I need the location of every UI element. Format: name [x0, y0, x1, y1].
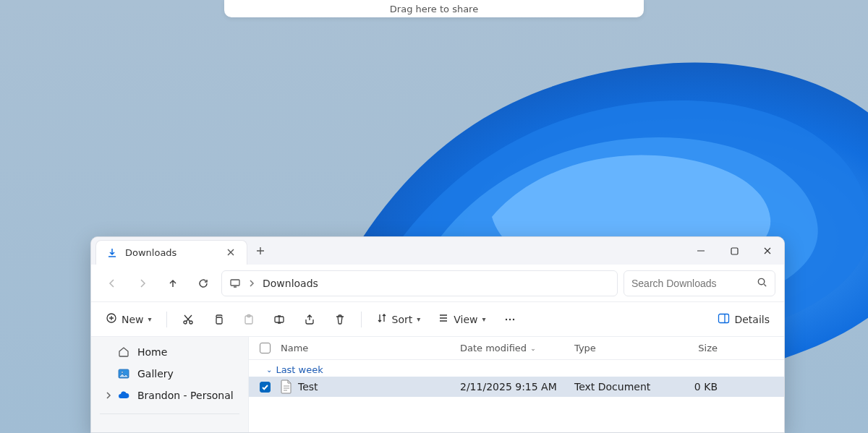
chevron-down-icon: ⌄: [266, 366, 272, 374]
refresh-button[interactable]: [191, 271, 216, 296]
minimize-button[interactable]: [684, 237, 718, 265]
new-icon: [106, 312, 117, 326]
share-label: Drag here to share: [390, 4, 478, 14]
svg-rect-0: [731, 248, 738, 254]
file-size: 0 KB: [694, 381, 718, 393]
file-list: Name Date modified ⌄ Type Size ⌄ Last we…: [249, 337, 784, 432]
sidebar-label: Home: [137, 346, 167, 358]
select-all-checkbox[interactable]: [260, 343, 271, 353]
chevron-down-icon: ▾: [148, 315, 152, 323]
col-label: Date modified: [460, 343, 527, 353]
details-label: Details: [734, 314, 770, 325]
copy-button[interactable]: [206, 308, 231, 331]
divider: [361, 312, 362, 327]
col-label: Size: [698, 343, 718, 353]
sidebar-item-onedrive[interactable]: Brandon - Personal: [95, 385, 244, 406]
chevron-right-icon[interactable]: [104, 390, 113, 401]
address-bar: Downloads: [91, 265, 784, 302]
rename-button[interactable]: [267, 308, 292, 331]
view-button[interactable]: View ▾: [432, 308, 491, 331]
gallery-icon: [117, 367, 130, 380]
sidebar-item-home[interactable]: Home: [95, 341, 244, 363]
search-input[interactable]: [631, 278, 751, 289]
breadcrumb-location[interactable]: Downloads: [263, 278, 318, 289]
col-label: Name: [281, 343, 308, 353]
pc-icon: [229, 278, 241, 289]
cut-button[interactable]: [176, 308, 200, 331]
sort-icon: [376, 312, 388, 326]
more-button[interactable]: [498, 308, 522, 331]
maximize-button[interactable]: [718, 237, 751, 265]
share-button[interactable]: [297, 308, 322, 331]
column-headers: Name Date modified ⌄ Type Size: [249, 337, 784, 360]
tab-downloads[interactable]: Downloads: [95, 240, 247, 265]
column-name[interactable]: Name: [281, 343, 460, 353]
column-type[interactable]: Type: [574, 343, 667, 353]
divider: [166, 312, 167, 327]
group-header[interactable]: ⌄ Last week: [249, 360, 784, 377]
svg-rect-13: [719, 314, 729, 322]
new-label: New: [122, 314, 144, 325]
tab-close-button[interactable]: [225, 246, 237, 260]
share-drop-target[interactable]: Drag here to share: [224, 0, 644, 17]
svg-point-4: [184, 321, 187, 324]
command-bar: New ▾ Sort ▾: [91, 302, 784, 337]
close-window-button[interactable]: [751, 237, 784, 265]
view-icon: [438, 312, 449, 326]
row-checkbox[interactable]: [260, 382, 271, 393]
file-type: Text Document: [574, 381, 650, 393]
sort-indicator-icon: ⌄: [530, 345, 536, 352]
download-icon: [106, 247, 118, 259]
chevron-right-icon: [248, 278, 255, 289]
window-controls: [684, 237, 784, 265]
back-button[interactable]: [100, 271, 124, 296]
tab-title: Downloads: [125, 247, 176, 258]
explorer-body: Home Gallery Brandon - Personal: [91, 337, 784, 432]
sidebar-label: Brandon - Personal: [137, 390, 234, 401]
sort-label: Sort: [392, 314, 413, 325]
new-button[interactable]: New ▾: [100, 308, 158, 331]
view-label: View: [454, 314, 477, 325]
home-icon: [117, 346, 130, 359]
col-label: Type: [574, 343, 596, 353]
sidebar-item-gallery[interactable]: Gallery: [95, 363, 244, 385]
paste-button[interactable]: [237, 308, 261, 331]
delete-button[interactable]: [328, 308, 352, 331]
search-box[interactable]: [624, 270, 775, 296]
sidebar-separator: [100, 413, 239, 414]
breadcrumb[interactable]: Downloads: [221, 270, 618, 296]
file-row[interactable]: Test 2/11/2025 9:15 AM Text Document 0 K…: [249, 377, 784, 397]
file-name: Test: [298, 381, 318, 393]
svg-rect-1: [231, 280, 239, 286]
svg-point-2: [758, 278, 764, 284]
chevron-down-icon: ▾: [417, 315, 420, 323]
cloud-icon: [117, 389, 130, 402]
svg-rect-6: [216, 317, 222, 324]
up-button[interactable]: [161, 271, 185, 296]
navigation-pane: Home Gallery Brandon - Personal: [91, 337, 249, 432]
svg-point-5: [190, 321, 192, 324]
file-date: 2/11/2025 9:15 AM: [460, 381, 557, 393]
svg-point-12: [512, 318, 514, 320]
svg-point-15: [122, 372, 124, 374]
sidebar-label: Gallery: [137, 368, 174, 380]
column-size[interactable]: Size: [667, 343, 718, 353]
search-icon: [757, 277, 767, 290]
group-label: Last week: [276, 364, 323, 375]
text-file-icon: [281, 380, 292, 394]
sort-button[interactable]: Sort ▾: [370, 308, 427, 331]
chevron-down-icon: ▾: [482, 315, 486, 323]
svg-point-11: [509, 318, 510, 320]
forward-button[interactable]: [130, 271, 155, 296]
file-explorer-window: Downloads: [90, 236, 785, 433]
titlebar: Downloads: [91, 237, 784, 265]
svg-point-10: [505, 318, 506, 320]
details-icon: [718, 312, 730, 327]
column-date[interactable]: Date modified ⌄: [460, 343, 574, 353]
new-tab-button[interactable]: [247, 239, 273, 263]
details-pane-button[interactable]: Details: [712, 308, 775, 331]
